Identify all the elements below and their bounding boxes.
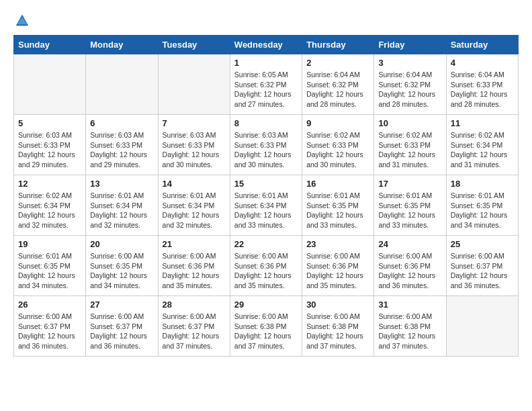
day-number: 8 bbox=[234, 118, 298, 128]
svg-marker-1 bbox=[17, 17, 28, 25]
day-number: 2 bbox=[306, 58, 369, 68]
calendar-header-monday: Monday bbox=[86, 36, 158, 54]
calendar-header-thursday: Thursday bbox=[302, 36, 374, 54]
calendar-cell: 10Sunrise: 6:02 AMSunset: 6:33 PMDayligh… bbox=[374, 115, 446, 175]
day-info: Sunrise: 6:00 AMSunset: 6:35 PMDaylight:… bbox=[90, 251, 153, 291]
calendar-cell: 5Sunrise: 6:03 AMSunset: 6:33 PMDaylight… bbox=[14, 115, 86, 175]
calendar-cell: 31Sunrise: 6:00 AMSunset: 6:38 PMDayligh… bbox=[374, 296, 446, 357]
calendar-cell: 13Sunrise: 6:01 AMSunset: 6:34 PMDayligh… bbox=[86, 175, 158, 236]
day-info: Sunrise: 6:03 AMSunset: 6:33 PMDaylight:… bbox=[163, 130, 226, 170]
day-number: 4 bbox=[451, 58, 514, 68]
day-info: Sunrise: 6:04 AMSunset: 6:33 PMDaylight:… bbox=[451, 70, 514, 109]
calendar-cell: 12Sunrise: 6:02 AMSunset: 6:34 PMDayligh… bbox=[14, 175, 86, 236]
day-info: Sunrise: 6:04 AMSunset: 6:32 PMDaylight:… bbox=[306, 70, 369, 109]
calendar-table: SundayMondayTuesdayWednesdayThursdayFrid… bbox=[13, 35, 519, 357]
day-info: Sunrise: 6:01 AMSunset: 6:34 PMDaylight:… bbox=[163, 191, 226, 230]
day-number: 12 bbox=[18, 179, 81, 189]
day-info: Sunrise: 6:02 AMSunset: 6:34 PMDaylight:… bbox=[451, 130, 514, 170]
calendar-cell: 28Sunrise: 6:00 AMSunset: 6:37 PMDayligh… bbox=[158, 296, 230, 357]
day-number: 10 bbox=[378, 118, 441, 128]
day-number: 15 bbox=[234, 179, 298, 189]
day-number: 28 bbox=[163, 300, 226, 310]
day-number: 9 bbox=[306, 118, 369, 128]
day-info: Sunrise: 6:02 AMSunset: 6:33 PMDaylight:… bbox=[306, 130, 369, 170]
day-info: Sunrise: 6:00 AMSunset: 6:37 PMDaylight:… bbox=[18, 312, 81, 351]
calendar-cell: 23Sunrise: 6:00 AMSunset: 6:36 PMDayligh… bbox=[302, 236, 374, 296]
day-info: Sunrise: 6:00 AMSunset: 6:37 PMDaylight:… bbox=[90, 312, 153, 351]
day-info: Sunrise: 6:05 AMSunset: 6:32 PMDaylight:… bbox=[234, 70, 298, 109]
day-info: Sunrise: 6:03 AMSunset: 6:33 PMDaylight:… bbox=[18, 130, 81, 170]
calendar-cell: 7Sunrise: 6:03 AMSunset: 6:33 PMDaylight… bbox=[158, 115, 230, 175]
calendar-cell: 6Sunrise: 6:03 AMSunset: 6:33 PMDaylight… bbox=[86, 115, 158, 175]
day-number: 1 bbox=[234, 58, 298, 68]
calendar-cell: 15Sunrise: 6:01 AMSunset: 6:34 PMDayligh… bbox=[230, 175, 302, 236]
day-info: Sunrise: 6:01 AMSunset: 6:35 PMDaylight:… bbox=[378, 191, 441, 230]
day-number: 7 bbox=[163, 118, 226, 128]
day-info: Sunrise: 6:01 AMSunset: 6:35 PMDaylight:… bbox=[451, 191, 514, 230]
day-number: 21 bbox=[163, 239, 226, 249]
page-header bbox=[13, 13, 519, 28]
day-info: Sunrise: 6:00 AMSunset: 6:36 PMDaylight:… bbox=[378, 251, 441, 291]
day-info: Sunrise: 6:00 AMSunset: 6:38 PMDaylight:… bbox=[234, 312, 298, 351]
calendar-cell: 24Sunrise: 6:00 AMSunset: 6:36 PMDayligh… bbox=[374, 236, 446, 296]
day-number: 14 bbox=[163, 179, 226, 189]
calendar-cell: 17Sunrise: 6:01 AMSunset: 6:35 PMDayligh… bbox=[374, 175, 446, 236]
day-number: 13 bbox=[90, 179, 153, 189]
calendar-cell: 14Sunrise: 6:01 AMSunset: 6:34 PMDayligh… bbox=[158, 175, 230, 236]
day-number: 18 bbox=[451, 179, 514, 189]
day-number: 3 bbox=[378, 58, 441, 68]
calendar-cell: 16Sunrise: 6:01 AMSunset: 6:35 PMDayligh… bbox=[302, 175, 374, 236]
calendar-cell: 29Sunrise: 6:00 AMSunset: 6:38 PMDayligh… bbox=[230, 296, 302, 357]
day-number: 25 bbox=[451, 239, 514, 249]
calendar-cell: 3Sunrise: 6:04 AMSunset: 6:32 PMDaylight… bbox=[374, 54, 446, 115]
calendar-cell bbox=[86, 54, 158, 115]
calendar-cell: 2Sunrise: 6:04 AMSunset: 6:32 PMDaylight… bbox=[302, 54, 374, 115]
day-info: Sunrise: 6:00 AMSunset: 6:38 PMDaylight:… bbox=[378, 312, 441, 351]
day-number: 29 bbox=[234, 300, 298, 310]
calendar-cell: 20Sunrise: 6:00 AMSunset: 6:35 PMDayligh… bbox=[86, 236, 158, 296]
day-number: 17 bbox=[378, 179, 441, 189]
calendar-cell: 25Sunrise: 6:00 AMSunset: 6:37 PMDayligh… bbox=[446, 236, 518, 296]
day-info: Sunrise: 6:00 AMSunset: 6:38 PMDaylight:… bbox=[306, 312, 369, 351]
calendar-cell: 26Sunrise: 6:00 AMSunset: 6:37 PMDayligh… bbox=[14, 296, 86, 357]
calendar-cell: 9Sunrise: 6:02 AMSunset: 6:33 PMDaylight… bbox=[302, 115, 374, 175]
day-number: 22 bbox=[234, 239, 298, 249]
day-number: 11 bbox=[451, 118, 514, 128]
calendar-week-row-3: 12Sunrise: 6:02 AMSunset: 6:34 PMDayligh… bbox=[14, 175, 519, 236]
day-number: 6 bbox=[90, 118, 153, 128]
day-info: Sunrise: 6:04 AMSunset: 6:32 PMDaylight:… bbox=[378, 70, 441, 109]
day-info: Sunrise: 6:00 AMSunset: 6:37 PMDaylight:… bbox=[163, 312, 226, 351]
day-number: 23 bbox=[306, 239, 369, 249]
day-info: Sunrise: 6:00 AMSunset: 6:36 PMDaylight:… bbox=[234, 251, 298, 291]
calendar-cell: 30Sunrise: 6:00 AMSunset: 6:38 PMDayligh… bbox=[302, 296, 374, 357]
calendar-cell: 4Sunrise: 6:04 AMSunset: 6:33 PMDaylight… bbox=[446, 54, 518, 115]
calendar-week-row-2: 5Sunrise: 6:03 AMSunset: 6:33 PMDaylight… bbox=[14, 115, 519, 175]
calendar-cell bbox=[446, 296, 518, 357]
day-info: Sunrise: 6:01 AMSunset: 6:35 PMDaylight:… bbox=[18, 251, 81, 291]
calendar-cell: 18Sunrise: 6:01 AMSunset: 6:35 PMDayligh… bbox=[446, 175, 518, 236]
calendar-header-sunday: Sunday bbox=[14, 36, 86, 54]
calendar-header-saturday: Saturday bbox=[446, 36, 518, 54]
day-number: 5 bbox=[18, 118, 81, 128]
calendar-header-friday: Friday bbox=[374, 36, 446, 54]
day-number: 19 bbox=[18, 239, 81, 249]
calendar-week-row-1: 1Sunrise: 6:05 AMSunset: 6:32 PMDaylight… bbox=[14, 54, 519, 115]
day-info: Sunrise: 6:01 AMSunset: 6:35 PMDaylight:… bbox=[306, 191, 369, 230]
calendar-cell: 21Sunrise: 6:00 AMSunset: 6:36 PMDayligh… bbox=[158, 236, 230, 296]
day-number: 24 bbox=[378, 239, 441, 249]
day-number: 27 bbox=[90, 300, 153, 310]
day-info: Sunrise: 6:01 AMSunset: 6:34 PMDaylight:… bbox=[234, 191, 298, 230]
day-info: Sunrise: 6:00 AMSunset: 6:37 PMDaylight:… bbox=[451, 251, 514, 291]
calendar-cell: 8Sunrise: 6:03 AMSunset: 6:33 PMDaylight… bbox=[230, 115, 302, 175]
day-info: Sunrise: 6:03 AMSunset: 6:33 PMDaylight:… bbox=[90, 130, 153, 170]
day-number: 16 bbox=[306, 179, 369, 189]
calendar-cell: 19Sunrise: 6:01 AMSunset: 6:35 PMDayligh… bbox=[14, 236, 86, 296]
calendar-cell: 22Sunrise: 6:00 AMSunset: 6:36 PMDayligh… bbox=[230, 236, 302, 296]
day-number: 26 bbox=[18, 300, 81, 310]
day-number: 31 bbox=[378, 300, 441, 310]
day-info: Sunrise: 6:01 AMSunset: 6:34 PMDaylight:… bbox=[90, 191, 153, 230]
calendar-cell: 11Sunrise: 6:02 AMSunset: 6:34 PMDayligh… bbox=[446, 115, 518, 175]
calendar-cell: 27Sunrise: 6:00 AMSunset: 6:37 PMDayligh… bbox=[86, 296, 158, 357]
calendar-cell bbox=[158, 54, 230, 115]
day-info: Sunrise: 6:03 AMSunset: 6:33 PMDaylight:… bbox=[234, 130, 298, 170]
